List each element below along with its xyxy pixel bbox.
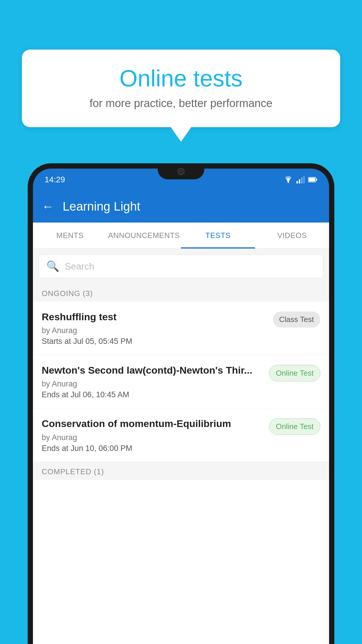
app-toolbar: ← Learning Light bbox=[33, 190, 329, 223]
phone-frame: 14:29 bbox=[28, 163, 334, 644]
test-item[interactable]: Reshuffling test by Anurag Starts at Jul… bbox=[33, 302, 329, 355]
test-info: Reshuffling test by Anurag Starts at Jul… bbox=[42, 310, 267, 346]
status-icons bbox=[284, 176, 317, 183]
toolbar-title: Learning Light bbox=[63, 200, 140, 214]
test-name: Reshuffling test bbox=[42, 310, 267, 323]
search-container: 🔍 Search bbox=[33, 249, 329, 284]
wifi-icon bbox=[284, 176, 293, 183]
tab-videos[interactable]: VIDEOS bbox=[255, 223, 329, 249]
test-time: Ends at Jul 06, 10:45 AM bbox=[42, 390, 263, 399]
test-badge: Online Test bbox=[269, 418, 320, 435]
tabs-bar: MENTS ANNOUNCEMENTS TESTS VIDEOS bbox=[33, 223, 329, 249]
svg-rect-5 bbox=[303, 176, 305, 183]
completed-section-header: COMPLETED (1) bbox=[33, 462, 329, 480]
signal-icon bbox=[296, 176, 305, 183]
test-time: Starts at Jul 05, 05:45 PM bbox=[42, 337, 267, 346]
test-by: by Anurag bbox=[42, 433, 263, 442]
search-placeholder: Search bbox=[65, 261, 94, 272]
battery-icon bbox=[308, 177, 317, 183]
test-by: by Anurag bbox=[42, 326, 267, 335]
tests-list: Reshuffling test by Anurag Starts at Jul… bbox=[33, 302, 329, 644]
test-badge: Online Test bbox=[269, 365, 320, 382]
tab-announcements[interactable]: ANNOUNCEMENTS bbox=[107, 223, 181, 249]
svg-rect-3 bbox=[299, 179, 300, 183]
test-name: Newton's Second law(contd)-Newton's Thir… bbox=[42, 364, 263, 377]
svg-rect-4 bbox=[301, 178, 303, 183]
test-badge: Class Test bbox=[273, 312, 320, 328]
status-time: 14:29 bbox=[45, 175, 65, 184]
test-name: Conservation of momentum-Equilibrium bbox=[42, 417, 263, 430]
bubble-subtitle: for more practice, better performance bbox=[39, 97, 323, 110]
test-item[interactable]: Newton's Second law(contd)-Newton's Thir… bbox=[33, 355, 329, 408]
search-icon: 🔍 bbox=[46, 260, 59, 272]
completed-header-text: COMPLETED (1) bbox=[42, 467, 104, 476]
bubble-title: Online tests bbox=[39, 66, 323, 91]
back-button[interactable]: ← bbox=[42, 200, 54, 214]
search-box[interactable]: 🔍 Search bbox=[39, 255, 323, 278]
test-by: by Anurag bbox=[42, 379, 263, 388]
svg-rect-8 bbox=[309, 178, 315, 181]
front-camera bbox=[178, 168, 184, 175]
test-item[interactable]: Conservation of momentum-Equilibrium by … bbox=[33, 408, 329, 462]
phone-container: 14:29 bbox=[28, 163, 334, 644]
ongoing-section-header: ONGOING (3) bbox=[33, 284, 329, 302]
test-info: Conservation of momentum-Equilibrium by … bbox=[42, 417, 263, 453]
test-time: Ends at Jun 10, 06:00 PM bbox=[42, 444, 263, 453]
tab-ments[interactable]: MENTS bbox=[33, 223, 107, 249]
app-screen: ← Learning Light MENTS ANNOUNCEMENTS TES… bbox=[33, 190, 329, 644]
tab-tests[interactable]: TESTS bbox=[181, 223, 255, 249]
ongoing-header-text: ONGOING (3) bbox=[42, 289, 93, 298]
speech-bubble-section: Online tests for more practice, better p… bbox=[22, 50, 340, 142]
svg-rect-2 bbox=[296, 181, 298, 183]
bubble-arrow bbox=[171, 127, 191, 142]
svg-point-1 bbox=[288, 181, 289, 183]
test-info: Newton's Second law(contd)-Newton's Thir… bbox=[42, 364, 263, 399]
speech-bubble: Online tests for more practice, better p… bbox=[22, 50, 340, 127]
svg-rect-7 bbox=[316, 179, 317, 181]
phone-notch bbox=[158, 163, 204, 179]
